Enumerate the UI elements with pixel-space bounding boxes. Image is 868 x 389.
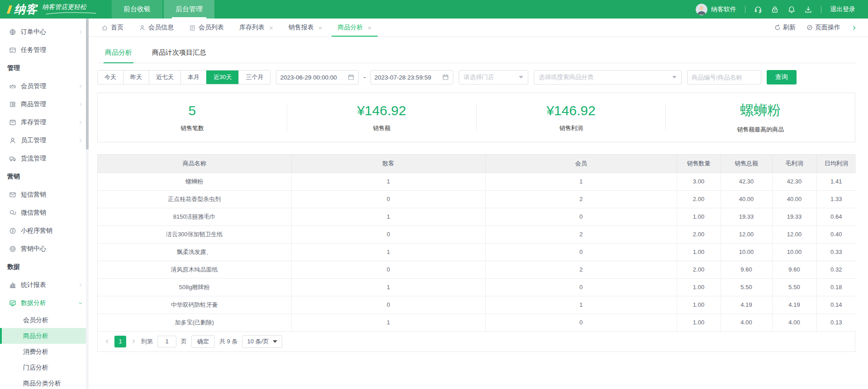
end-date-picker[interactable]: 2023-07-28 23:59:59 [370,70,453,84]
sidebar-item-小程序营销[interactable]: 小程序营销 [0,222,89,240]
range-button-今天[interactable]: 今天 [98,70,123,84]
list-icon [189,24,196,31]
table-cell: 螺蛳粉 [98,173,291,190]
table-cell: 19.33 [721,208,772,225]
table-cell: 2 [485,190,677,208]
store-select[interactable]: 请选择门店 [459,70,528,84]
open-tab-会员列表[interactable]: 会员列表 [183,19,230,37]
sidebar-subitem-消费分析[interactable]: 消费分析 [0,344,89,360]
app-header: 纳客 纳客管店更轻松 前台收银后台管理 纳客软件 退出登录 [0,0,868,19]
page-content: 商品分析商品计次项目汇总 今天昨天近七天本月近30天三个月 2023-06-29… [89,37,868,352]
table-row: 洁云300张加韧卫生纸022.0012.0012.000.40 [98,225,856,243]
truck-icon [9,155,16,162]
sidebar-item-库存管理[interactable]: 库存管理 [0,113,89,131]
sidebar-item-统计报表[interactable]: 统计报表 [0,276,89,294]
globe-icon [9,28,16,36]
open-tab-库存列表[interactable]: 库存列表× [233,19,280,37]
table-row: 中华双钙防蛀牙膏011.004.194.190.14 [98,296,856,314]
sidebar-subitem-门店分析[interactable]: 门店分析 [0,360,89,375]
table-cell: 1.00 [677,278,721,296]
column-header: 日均利润 [816,155,856,173]
goto-prefix-label: 到第 [141,337,153,346]
prev-page-icon[interactable] [104,338,110,344]
open-tab-label: 会员列表 [199,23,224,32]
sidebar-item-短信营销[interactable]: 短信营销 [0,186,89,204]
app-slogan: 纳客管店更轻松 [42,0,112,19]
bell-icon[interactable] [787,5,796,14]
sidebar-item-数据分析[interactable]: 数据分析 [0,294,89,312]
sidebar-subitem-label: 门店分析 [23,364,48,372]
open-tab-首页[interactable]: 首页 [95,19,130,37]
open-tab-会员信息[interactable]: 会员信息 [133,19,180,37]
goto-page-input[interactable] [157,336,176,347]
table-cell: 1.00 [677,296,721,314]
sidebar-item-label: 员工管理 [21,136,78,145]
user-menu[interactable]: 纳客软件 [696,4,736,15]
header-nav-tab[interactable]: 前台收银 [112,0,162,19]
close-icon[interactable]: × [318,24,323,31]
goto-confirm-button[interactable]: 确定 [191,335,215,348]
sidebar-subitem-商品分类分析[interactable]: 商品分类分析 [0,375,89,389]
page-number-button[interactable]: 1 [114,336,126,347]
category-select[interactable]: 选择或搜索商品分类 [534,70,682,84]
table-cell: 0.32 [816,261,856,278]
range-button-昨天[interactable]: 昨天 [123,70,149,84]
table-cell: 42.30 [772,173,816,190]
page-tab-商品分析[interactable]: 商品分析 [104,42,133,63]
sidebar-item-label: 统计报表 [21,281,78,289]
close-icon[interactable]: × [269,24,273,31]
goto-suffix-label: 页 [181,337,187,346]
table-cell: 1.00 [677,208,721,225]
sidebar-subitem-会员分析[interactable]: 会员分析 [0,312,89,328]
start-date-picker[interactable]: 2023-06-29 00:00:00 [276,70,359,84]
sidebar-item-营销中心[interactable]: 营销中心 [0,240,89,258]
sidebar-item-label: 数据分析 [21,299,78,307]
sidebar-item-任务管理[interactable]: 任务管理 [0,41,89,59]
range-button-近七天[interactable]: 近七天 [149,70,180,84]
table-cell: 加多宝(已删除) [98,314,291,331]
table-cell: 0.40 [816,225,856,243]
user-icon [139,24,146,31]
table-cell: 4.00 [772,314,816,331]
range-button-本月[interactable]: 本月 [180,70,206,84]
table-cell: 3.00 [677,173,721,190]
stat-value: 螺蛳粉 [666,101,855,120]
sidebar-item-微信营销[interactable]: 微信营销 [0,204,89,222]
sidebar-item-订单中心[interactable]: 订单中心 [0,23,89,41]
range-button-近30天[interactable]: 近30天 [206,70,238,84]
keyword-input[interactable] [687,70,761,84]
open-tab-label: 首页 [111,23,123,32]
next-page-icon[interactable] [131,338,137,344]
logout-button[interactable]: 退出登录 [830,5,855,14]
page-operations-button[interactable]: 页面操作 [806,23,840,32]
target-icon [9,245,16,253]
close-icon[interactable]: × [368,24,372,31]
table-cell: 9.60 [772,261,816,278]
column-header: 销售总额 [721,155,772,173]
sidebar-subitem-商品分析[interactable]: 商品分析 [0,328,89,344]
sidebar-item-员工管理[interactable]: 员工管理 [0,131,89,150]
open-tab-销售报表[interactable]: 销售报表× [282,19,329,37]
page-size-select[interactable]: 10 条/页 [242,335,282,348]
download-icon[interactable] [804,5,812,14]
table-cell: 1 [485,296,677,314]
chevron-right-icon[interactable] [851,25,857,31]
wechat-icon [9,209,16,216]
sidebar-item-商品管理[interactable]: 商品管理 [0,95,89,113]
open-tab-商品分析[interactable]: 商品分析× [332,19,378,37]
range-button-三个月[interactable]: 三个月 [238,70,270,84]
refresh-button[interactable]: 刷新 [774,23,796,32]
page-tab-商品计次项目汇总[interactable]: 商品计次项目汇总 [151,42,208,63]
table-row: 8150洁丽雅毛巾101.0019.3319.330.64 [98,208,856,225]
headset-icon[interactable] [754,5,762,14]
header-nav-tab[interactable]: 后台管理 [164,0,214,19]
sidebar-item-货流管理[interactable]: 货流管理 [0,150,89,168]
sidebar-section-label: 数据 [0,258,89,276]
app-root: 纳客 纳客管店更轻松 前台收银后台管理 纳客软件 退出登录 订单中心任务管理管理… [0,0,868,389]
lock-icon[interactable] [771,5,779,14]
logo-accent [7,5,12,14]
search-button[interactable]: 查询 [767,70,797,84]
slogan-underline [42,12,100,15]
sidebar-item-会员管理[interactable]: 会员管理 [0,77,89,95]
chevron-down-icon [78,300,83,306]
